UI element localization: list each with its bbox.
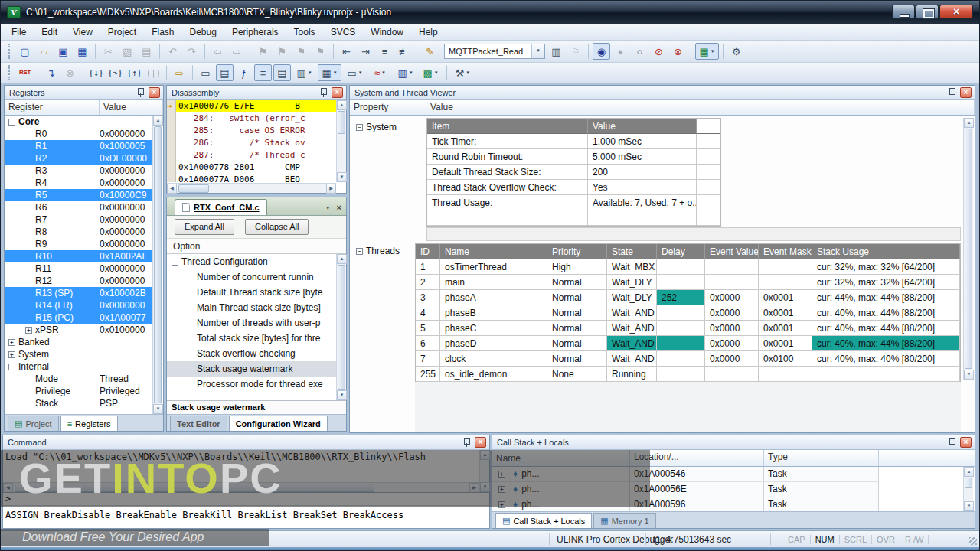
config-tree-item[interactable]: Number of threads with user-p [167,315,336,331]
menu-item[interactable]: SVCS [323,24,364,40]
toolbar-icon[interactable] [192,65,193,80]
register-row[interactable]: R10 0x1A002AF [5,250,152,262]
close-panel-icon[interactable] [960,437,972,448]
close-panel-icon[interactable] [475,437,486,448]
expander-icon[interactable] [25,327,32,334]
register-row[interactable]: Privilege Privileged [5,385,152,397]
scroll-thumb[interactable] [15,484,374,492]
new-file[interactable]: ▢ [16,43,34,60]
dock-tab[interactable]: ≡ Registers [60,416,118,431]
document-tab[interactable]: RTX_Conf_CM.c [175,199,267,215]
uncomment-selection[interactable]: ≢ [395,43,413,60]
expander-icon[interactable] [356,248,363,255]
step-out[interactable]: {↑} [126,64,143,81]
pin-icon[interactable] [949,88,956,97]
close-document-icon[interactable] [337,204,341,212]
step-over[interactable]: {↷} [106,64,124,81]
callstack-row[interactable]: ph... 0x1A000546 Task [492,467,964,482]
register-row[interactable]: R12 0x0000000 [5,275,152,287]
lookup-reference[interactable]: ▥ [547,43,565,60]
register-row[interactable]: R8 0x0000000 [5,226,152,238]
maximize-button[interactable] [916,5,939,19]
save[interactable]: ▣ [54,43,72,60]
callstack-row[interactable]: ph... 0x1A00056E Task [492,482,964,497]
serial-window[interactable]: ▭ [343,64,367,81]
bookmark-clear-all[interactable]: ⚑ [312,43,329,60]
stop[interactable]: ⊗ [61,64,79,81]
window-layout[interactable]: ▦ [695,43,719,60]
disassembly-line[interactable]: 286: /* Stack ov [167,137,336,149]
disassembly-line[interactable]: 287: /* Thread c [167,149,336,161]
nav-back[interactable]: ⇦ [209,43,227,60]
viewer-col-value[interactable]: Value [426,100,975,115]
callstack-column-header[interactable]: Location/... [630,450,764,466]
register-row[interactable]: R4 0x0000000 [5,177,152,189]
register-row[interactable]: System [5,348,152,360]
register-row[interactable]: R7 0x0000000 [5,214,152,226]
config-tree-item[interactable]: Thread Configuration [167,254,336,269]
close-panel-icon[interactable] [960,87,972,98]
breakpoint-disable-all[interactable]: ⊗ [669,43,687,60]
close-panel-icon[interactable] [332,87,343,98]
dock-tab[interactable]: ▦ Memory 1 [593,513,655,528]
minimize-button[interactable] [892,5,915,19]
combo-dropdown-icon[interactable] [531,44,544,58]
scroll-down-icon[interactable] [337,390,347,400]
reset-cpu[interactable]: RST [16,64,34,81]
register-row[interactable]: R11 0x0000000 [5,262,152,275]
open-folder[interactable]: ▱ [35,43,53,60]
comment-selection[interactable]: ≡ [376,43,394,60]
run-to-cursor[interactable]: {|} [145,64,162,81]
expand-all-button[interactable]: Expand All [175,219,234,235]
menu-item[interactable]: Debug [182,24,224,40]
scroll-up-icon[interactable] [480,450,490,460]
registers-col-value[interactable]: Value [100,100,163,115]
config-tree-item[interactable]: Stack usage watermark [167,361,336,377]
editor-scrollbar[interactable] [336,254,346,400]
bookmark-next[interactable]: ⚑ [292,43,310,60]
redo[interactable]: ↷ [183,43,201,60]
pin-icon[interactable] [949,438,956,447]
function-search-combo[interactable]: MQTTPacket_Read [444,44,545,59]
menu-item[interactable]: Tools [286,24,323,40]
expander-icon[interactable] [8,364,15,370]
breakpoint-kill-all[interactable]: ⊘ [650,43,668,60]
scroll-thumb[interactable] [178,184,209,193]
registers-window[interactable]: ≡ [254,64,272,81]
grep-flag[interactable]: ⚐ [567,43,584,60]
word-highlight[interactable]: ◉ [593,43,610,60]
command-vscrollbar[interactable] [479,450,489,492]
close-panel-icon[interactable] [149,87,160,98]
disassembly-line[interactable]: 285: case OS_ERROR [167,125,336,137]
disassembly-line[interactable]: 284: switch (error_c [167,112,336,125]
register-row[interactable]: Mode Thread [5,373,152,385]
expander-icon[interactable] [498,501,505,508]
menu-item[interactable]: Project [100,24,144,40]
menu-item[interactable]: Flash [144,24,181,40]
close-button[interactable] [939,5,973,19]
config-tree-item[interactable]: Number of concurrent runnin [167,269,336,285]
editor-mode-tab[interactable]: Text Editor [170,416,227,431]
scroll-thumb[interactable] [338,111,345,134]
callstack-scrollbar[interactable] [963,467,973,511]
register-row[interactable]: Banked [5,336,152,348]
nav-forward[interactable]: ⇨ [228,43,246,60]
system-property-row[interactable]: Round Robin Timeout: 5.000 mSec [427,149,720,165]
toolbar-grip[interactable] [8,44,11,59]
register-row[interactable]: R9 0x0000000 [5,238,152,250]
scroll-right-icon[interactable] [469,483,479,493]
expander-icon[interactable] [8,119,15,126]
register-row[interactable]: R1 0x1000005 [5,140,152,152]
register-row[interactable]: R15 (PC) 0x1A00077 [5,311,152,324]
outdent[interactable]: ⇤ [338,43,355,60]
command-log[interactable]: Load "C:\\01_workspace\\MDKv5\\NXP\\Boar… [3,450,479,482]
toolbar-icon[interactable] [95,44,96,59]
scroll-up-icon[interactable] [337,100,347,110]
thread-row[interactable]: 3 phaseA Normal Wait_DLY 252 0x0000 0x00… [416,290,960,305]
expander-icon[interactable] [498,471,505,478]
thread-row[interactable]: 7 clock Normal Wait_AND 0x0000 0x0100 cu… [416,351,960,367]
thread-row[interactable]: 255 os_idle_demon None Running [416,367,960,382]
thread-row[interactable]: 2 main Normal Wait_DLY cur: 32%, max: 32… [416,275,960,290]
paste[interactable]: ▤ [138,43,155,60]
system-tree-node[interactable]: System [356,122,397,132]
